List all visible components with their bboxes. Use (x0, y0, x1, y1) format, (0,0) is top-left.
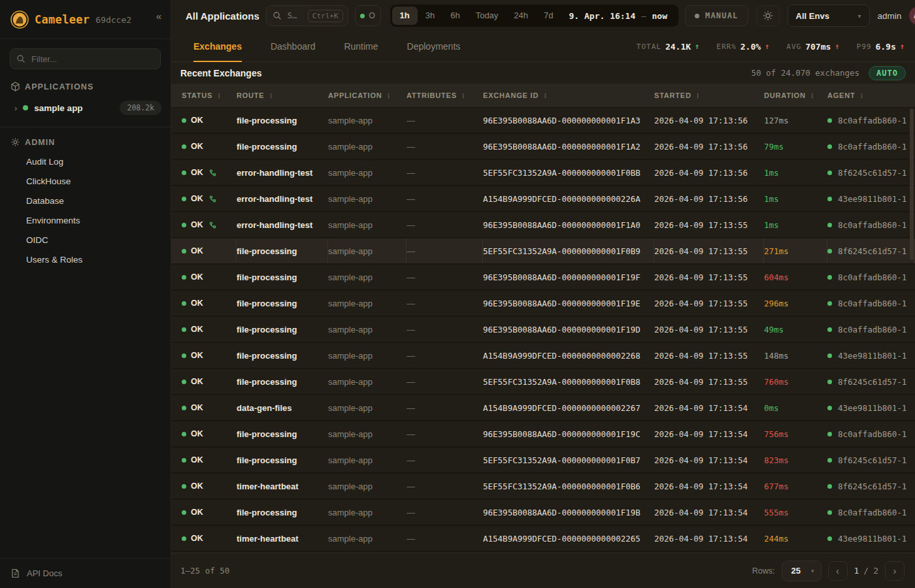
table-row[interactable]: OKfile-processingsample-app—A154B9A999DF… (171, 343, 915, 369)
attributes-cell: — (407, 238, 483, 263)
duration-cell: 296ms (764, 299, 827, 308)
duration-cell: 760ms (764, 377, 827, 387)
stat-label: ERR% (716, 42, 737, 51)
time-range-today[interactable]: Today (468, 7, 507, 25)
table-row[interactable]: OKtimer-heartbeatsample-app—5EF55FC31352… (171, 474, 915, 500)
table-row[interactable]: OKtimer-heartbeatsample-app—A154B9A999DF… (171, 526, 915, 552)
started-cell: 2026-04-09 17:13:55 (654, 325, 764, 335)
time-range-6h[interactable]: 6h (442, 7, 467, 25)
sidebar-item-database[interactable]: Database (0, 191, 171, 210)
table-row[interactable]: OKfile-processingsample-app—5EF55FC31352… (171, 369, 915, 395)
column-header-duration[interactable]: DURATION⋮ (764, 91, 827, 99)
search-input[interactable] (286, 10, 303, 21)
agent-cell: 8c0affadb860-1 (827, 272, 915, 282)
sort-icon: ⋮ (268, 92, 275, 99)
avatar[interactable]: AD (909, 7, 915, 25)
status-label: OK (191, 508, 203, 517)
agent-id: 8c0affadb860-1 (838, 220, 907, 230)
sidebar-item-audit-log[interactable]: Audit Log (0, 152, 171, 171)
application-cell: sample-app (328, 482, 407, 491)
column-label: ROUTE (237, 91, 265, 99)
next-page-button[interactable]: › (885, 561, 905, 581)
app-status-dot (23, 105, 28, 110)
sidebar-item-clickhouse[interactable]: ClickHouse (0, 171, 171, 191)
sidebar-item-api-docs[interactable]: API Docs (0, 558, 171, 588)
page-separator: / (863, 566, 869, 576)
rows-per-page-select[interactable]: 25 ▾ (782, 561, 822, 581)
agent-status-dot (827, 171, 832, 175)
manual-refresh-button[interactable]: MANUAL (685, 5, 748, 26)
table-row[interactable]: OKerror-handling-testsample-app—96E395B0… (171, 212, 915, 238)
table-row[interactable]: OKdata-gen-filessample-app—A154B9A999DFC… (171, 395, 915, 421)
exchange-id-cell: A154B9A999DFCED-0000000000002268 (483, 351, 654, 361)
tab-exchanges[interactable]: Exchanges (193, 31, 242, 62)
table-row[interactable]: OKfile-processingsample-app—96E395B0088A… (171, 317, 915, 343)
tab-bar: ExchangesDashboardRuntimeDeployments (193, 31, 489, 61)
status-label: OK (191, 377, 203, 386)
column-header-status[interactable]: STATUS⋮ (182, 91, 237, 99)
scrollbar-thumb[interactable] (910, 108, 914, 260)
status-label: OK (191, 194, 203, 203)
time-range-24h[interactable]: 24h (506, 7, 536, 25)
status-ok-dot (182, 484, 186, 489)
auto-refresh-badge[interactable]: AUTO (869, 66, 906, 80)
sidebar-collapse-icon[interactable]: « (156, 10, 161, 22)
status-label: OK (191, 116, 203, 125)
theme-toggle-button[interactable] (756, 5, 780, 26)
date-range[interactable]: 9. Apr. 16:14 – now (561, 11, 676, 21)
filter-input[interactable] (10, 48, 161, 69)
sidebar-item-oidc[interactable]: OIDC (0, 230, 171, 250)
table-row[interactable]: OKfile-processingsample-app—96E395B0088A… (171, 108, 915, 134)
route-cell: file-processing (237, 508, 328, 517)
status-label: OK (191, 325, 203, 334)
column-header-attributes[interactable]: ATTRIBUTES⋮ (407, 91, 483, 99)
table-row[interactable]: OKerror-handling-testsample-app—5EF55FC3… (171, 160, 915, 186)
global-search[interactable]: Ctrl+K (266, 5, 348, 26)
table-row[interactable]: OKfile-processingsample-app—96E395B0088A… (171, 134, 915, 160)
sidebar-item-users-roles[interactable]: Users & Roles (0, 250, 171, 269)
table-row[interactable]: OKfile-processingsample-app—96E395B0088A… (171, 265, 915, 291)
table-row[interactable]: OKerror-handling-testsample-app—A154B9A9… (171, 186, 915, 212)
tab-deployments[interactable]: Deployments (407, 31, 461, 62)
table-row[interactable]: OKfile-processingsample-app—5EF55FC31352… (171, 238, 915, 265)
live-status-button[interactable]: O (355, 5, 381, 26)
prev-page-button[interactable]: ‹ (828, 561, 848, 581)
time-range-3h[interactable]: 3h (418, 7, 442, 25)
column-header-route[interactable]: ROUTE⋮ (237, 91, 328, 99)
tab-runtime[interactable]: Runtime (344, 31, 378, 62)
application-cell: sample-app (328, 238, 407, 263)
column-label: STATUS (182, 91, 212, 99)
status-ok-dot (182, 275, 186, 280)
duration-cell: 1ms (764, 168, 827, 178)
environment-select[interactable]: All Envs ▾ (788, 5, 870, 27)
sidebar-item-environments[interactable]: Environments (0, 210, 171, 230)
table-row[interactable]: OKfile-processingsample-app—5EF55FC31352… (171, 448, 915, 474)
route-cell: error-handling-test (237, 220, 328, 230)
duration-cell: 148ms (764, 351, 827, 361)
column-header-application[interactable]: APPLICATION⋮ (328, 91, 407, 99)
status-label: OK (191, 455, 203, 465)
status-label: OK (191, 272, 203, 282)
table-row[interactable]: OKfile-processingsample-app—96E395B0088A… (171, 291, 915, 317)
column-header-started[interactable]: STARTED⋮ (654, 91, 764, 99)
stat-err: ERR%2.0%↑ (716, 42, 769, 52)
status-cell: OK (182, 429, 237, 438)
status-cell: OK (182, 299, 237, 308)
tab-dashboard[interactable]: Dashboard (271, 31, 316, 62)
application-cell: sample-app (328, 351, 407, 361)
agent-id: 43ee9811b801-1 (838, 403, 907, 413)
time-range-1h[interactable]: 1h (392, 7, 418, 25)
column-header-agent[interactable]: AGENT⋮ (827, 91, 915, 99)
agent-cell: 43ee9811b801-1 (827, 534, 915, 544)
agent-id: 43ee9811b801-1 (838, 194, 907, 204)
attributes-cell: — (407, 299, 483, 308)
table-row[interactable]: OKfile-processingsample-app—96E395B0088A… (171, 500, 915, 526)
expand-chevron-icon[interactable]: › (14, 103, 17, 113)
column-header-exchange-id[interactable]: EXCHANGE ID⋮ (483, 91, 654, 99)
sidebar-item-sample-app[interactable]: › sample app 208.2k (0, 96, 171, 120)
stats-group: TOTAL24.1K↑ERR%2.0%↑AVG707ms↑P996.9s↑ (637, 31, 905, 61)
application-cell: sample-app (328, 194, 407, 204)
attributes-cell: — (407, 429, 483, 439)
time-range-7d[interactable]: 7d (536, 7, 561, 25)
table-row[interactable]: OKfile-processingsample-app—96E395B0088A… (171, 421, 915, 448)
